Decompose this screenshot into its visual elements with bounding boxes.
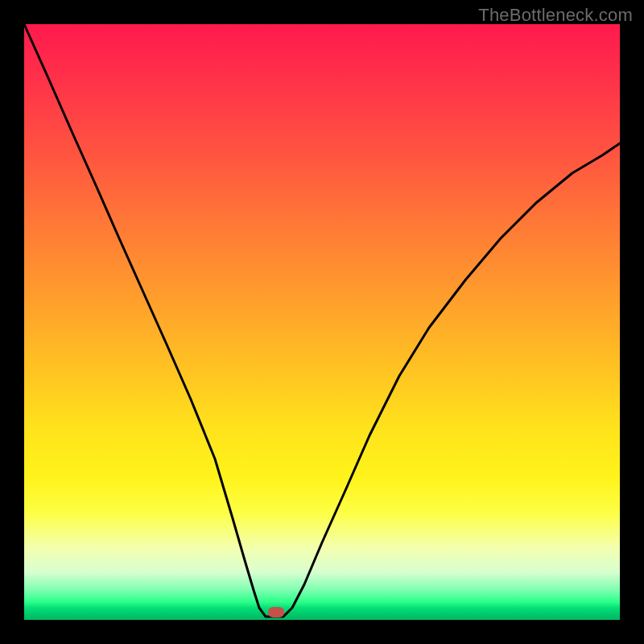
- optimal-point-marker: [268, 607, 284, 617]
- bottleneck-curve: [24, 24, 620, 620]
- curve-path: [24, 24, 620, 617]
- watermark-text: TheBottleneck.com: [478, 5, 633, 26]
